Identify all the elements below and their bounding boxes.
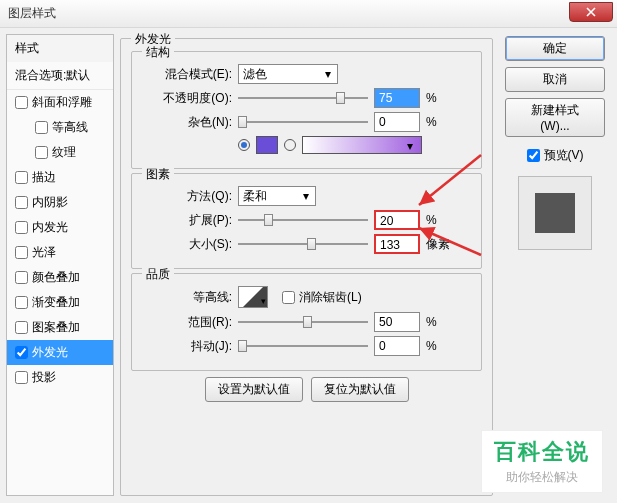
range-input[interactable]: 50 bbox=[374, 312, 420, 332]
elements-title: 图素 bbox=[142, 166, 174, 183]
gradient-picker[interactable]: ▾ bbox=[302, 136, 422, 154]
jitter-input[interactable]: 0 bbox=[374, 336, 420, 356]
noise-label: 杂色(N): bbox=[142, 114, 232, 131]
sidebar-item-label: 纹理 bbox=[52, 144, 76, 161]
sidebar-item-label: 颜色叠加 bbox=[32, 269, 80, 286]
sidebar-item-label: 图案叠加 bbox=[32, 319, 80, 336]
opacity-input[interactable]: 75 bbox=[374, 88, 420, 108]
sidebar-item[interactable]: 外发光 bbox=[7, 340, 113, 365]
technique-label: 方法(Q): bbox=[142, 188, 232, 205]
sidebar-header[interactable]: 样式 bbox=[7, 35, 113, 62]
size-slider[interactable] bbox=[238, 235, 368, 253]
sidebar-checkbox[interactable] bbox=[15, 246, 28, 259]
spread-slider[interactable] bbox=[238, 211, 368, 229]
window-title: 图层样式 bbox=[8, 5, 56, 22]
cancel-button[interactable]: 取消 bbox=[505, 67, 605, 92]
sidebar-item[interactable]: 描边 bbox=[7, 165, 113, 190]
sidebar-checkbox[interactable] bbox=[15, 321, 28, 334]
sidebar-checkbox[interactable] bbox=[35, 146, 48, 159]
noise-slider[interactable] bbox=[238, 113, 368, 131]
sidebar-checkbox[interactable] bbox=[15, 196, 28, 209]
technique-select[interactable]: 柔和 ▾ bbox=[238, 186, 316, 206]
reset-default-button[interactable]: 复位为默认值 bbox=[311, 377, 409, 402]
watermark: 百科全说 助你轻松解决 bbox=[481, 430, 603, 493]
chevron-down-icon: ▾ bbox=[321, 67, 335, 81]
sidebar-item-label: 描边 bbox=[32, 169, 56, 186]
chevron-down-icon: ▾ bbox=[299, 189, 313, 203]
sidebar-item-label: 等高线 bbox=[52, 119, 88, 136]
sidebar-checkbox[interactable] bbox=[15, 171, 28, 184]
sidebar-checkbox[interactable] bbox=[35, 121, 48, 134]
blend-mode-label: 混合模式(E): bbox=[142, 66, 232, 83]
sidebar-item[interactable]: 斜面和浮雕 bbox=[7, 90, 113, 115]
sidebar-item-label: 斜面和浮雕 bbox=[32, 94, 92, 111]
sidebar-item[interactable]: 光泽 bbox=[7, 240, 113, 265]
jitter-label: 抖动(J): bbox=[142, 338, 232, 355]
styles-sidebar: 样式 混合选项:默认 斜面和浮雕等高线纹理描边内阴影内发光光泽颜色叠加渐变叠加图… bbox=[6, 34, 114, 496]
main-panel: 外发光 结构 混合模式(E): 滤色 ▾ 不透明度(O): 75 % bbox=[120, 34, 493, 496]
contour-picker[interactable]: ▾ bbox=[238, 286, 268, 308]
size-label: 大小(S): bbox=[142, 236, 232, 253]
spread-input[interactable]: 20 bbox=[374, 210, 420, 230]
jitter-slider[interactable] bbox=[238, 337, 368, 355]
sidebar-item-label: 投影 bbox=[32, 369, 56, 386]
contour-label: 等高线: bbox=[142, 289, 232, 306]
structure-title: 结构 bbox=[142, 44, 174, 61]
sidebar-blending-options[interactable]: 混合选项:默认 bbox=[7, 62, 113, 90]
make-default-button[interactable]: 设置为默认值 bbox=[205, 377, 303, 402]
sidebar-checkbox[interactable] bbox=[15, 346, 28, 359]
preview-swatch bbox=[535, 193, 575, 233]
opacity-slider[interactable] bbox=[238, 89, 368, 107]
antialias-checkbox[interactable]: 消除锯齿(L) bbox=[282, 289, 362, 306]
preview-checkbox[interactable]: 预览(V) bbox=[527, 147, 584, 164]
ok-button[interactable]: 确定 bbox=[505, 36, 605, 61]
sidebar-checkbox[interactable] bbox=[15, 371, 28, 384]
sidebar-item[interactable]: 投影 bbox=[7, 365, 113, 390]
sidebar-item[interactable]: 图案叠加 bbox=[7, 315, 113, 340]
color-swatch[interactable] bbox=[256, 136, 278, 154]
structure-group: 结构 混合模式(E): 滤色 ▾ 不透明度(O): 75 % 杂色(N): bbox=[131, 51, 482, 169]
color-radio[interactable] bbox=[238, 139, 250, 151]
chevron-down-icon: ▾ bbox=[407, 139, 419, 151]
preview-box bbox=[518, 176, 592, 250]
close-button[interactable] bbox=[569, 2, 613, 22]
sidebar-checkbox[interactable] bbox=[15, 296, 28, 309]
elements-group: 图素 方法(Q): 柔和 ▾ 扩展(P): 20 % 大小(S): bbox=[131, 173, 482, 269]
blend-mode-select[interactable]: 滤色 ▾ bbox=[238, 64, 338, 84]
sidebar-item[interactable]: 等高线 bbox=[7, 115, 113, 140]
sidebar-item-label: 光泽 bbox=[32, 244, 56, 261]
sidebar-checkbox[interactable] bbox=[15, 221, 28, 234]
range-label: 范围(R): bbox=[142, 314, 232, 331]
new-style-button[interactable]: 新建样式(W)... bbox=[505, 98, 605, 137]
opacity-label: 不透明度(O): bbox=[142, 90, 232, 107]
titlebar: 图层样式 bbox=[0, 0, 617, 28]
outer-glow-group: 外发光 结构 混合模式(E): 滤色 ▾ 不透明度(O): 75 % bbox=[120, 38, 493, 496]
range-slider[interactable] bbox=[238, 313, 368, 331]
sidebar-item[interactable]: 颜色叠加 bbox=[7, 265, 113, 290]
sidebar-item[interactable]: 纹理 bbox=[7, 140, 113, 165]
gradient-radio[interactable] bbox=[284, 139, 296, 151]
quality-title: 品质 bbox=[142, 266, 174, 283]
sidebar-item-label: 内发光 bbox=[32, 219, 68, 236]
sidebar-item-label: 渐变叠加 bbox=[32, 294, 80, 311]
close-icon bbox=[586, 7, 596, 17]
sidebar-item-label: 内阴影 bbox=[32, 194, 68, 211]
sidebar-item-label: 外发光 bbox=[32, 344, 68, 361]
spread-label: 扩展(P): bbox=[142, 212, 232, 229]
quality-group: 品质 等高线: ▾ 消除锯齿(L) 范围(R): 50 % 抖动(J): bbox=[131, 273, 482, 371]
sidebar-checkbox[interactable] bbox=[15, 271, 28, 284]
chevron-down-icon: ▾ bbox=[261, 296, 266, 306]
right-column: 确定 取消 新建样式(W)... 预览(V) bbox=[499, 34, 611, 496]
sidebar-checkbox[interactable] bbox=[15, 96, 28, 109]
sidebar-item[interactable]: 内发光 bbox=[7, 215, 113, 240]
sidebar-item[interactable]: 内阴影 bbox=[7, 190, 113, 215]
size-input[interactable]: 133 bbox=[374, 234, 420, 254]
noise-input[interactable]: 0 bbox=[374, 112, 420, 132]
sidebar-item[interactable]: 渐变叠加 bbox=[7, 290, 113, 315]
